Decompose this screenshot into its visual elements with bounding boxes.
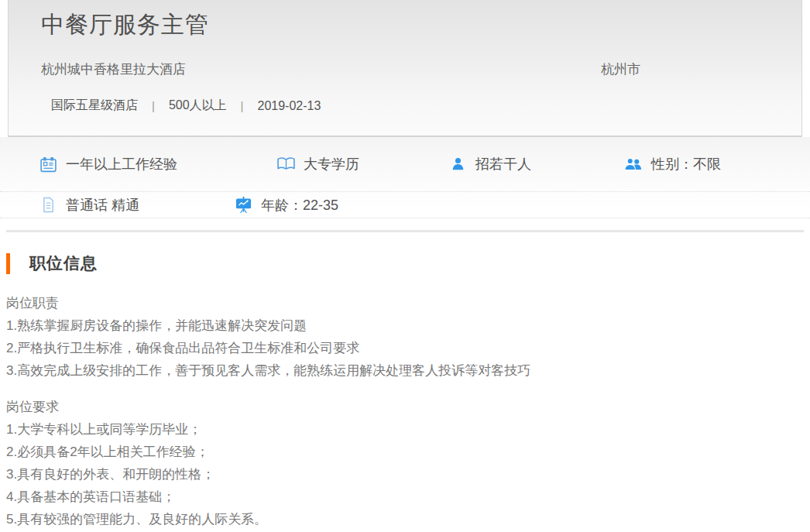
job-description: 岗位职责 1.熟练掌握厨房设备的操作，并能迅速解决突发问题 2.严格执行卫生标准… bbox=[6, 292, 805, 530]
job-city: 杭州市 bbox=[601, 60, 640, 78]
summary-row-2: 普通话 精通 年龄：22-35 bbox=[37, 192, 802, 218]
publish-date: 2019-02-13 bbox=[258, 99, 321, 113]
people-icon bbox=[621, 157, 644, 172]
experience-label: 一年以上工作经验 bbox=[66, 155, 177, 173]
language-label: 普通话 精通 bbox=[66, 196, 139, 215]
education-label: 大专学历 bbox=[304, 155, 359, 173]
job-info-section-header: 职位信息 bbox=[6, 252, 98, 274]
desc-line: 3.具有良好的外表、和开朗的性格； bbox=[6, 463, 805, 486]
desc-line: 2.严格执行卫生标准，确保食品出品符合卫生标准和公司要求 bbox=[6, 337, 805, 359]
job-detail-page: 中餐厅服务主管 杭州城中香格里拉大酒店 杭州市 国际五星级酒店 | 500人以上… bbox=[0, 0, 810, 532]
desc-line: 岗位职责 bbox=[6, 292, 805, 314]
dashed-separator bbox=[0, 218, 810, 218]
desc-blank-line bbox=[6, 382, 805, 396]
desc-line: 岗位要求 bbox=[6, 396, 805, 418]
desc-line: 1.熟练掌握厨房设备的操作，并能迅速解决突发问题 bbox=[6, 314, 805, 337]
headcount-item: 招若干人 bbox=[447, 155, 621, 173]
document-icon bbox=[37, 197, 59, 213]
chart-board-icon bbox=[232, 197, 254, 214]
section-divider bbox=[6, 230, 804, 232]
company-tag: 国际五星级酒店 bbox=[51, 98, 138, 114]
work-badge-icon bbox=[37, 156, 59, 173]
tag-separator: | bbox=[152, 99, 155, 112]
summary-row-1: 一年以上工作经验 大专学历 招若干人 bbox=[37, 137, 802, 191]
language-item: 普通话 精通 bbox=[37, 196, 232, 215]
orange-accent-bar bbox=[6, 253, 10, 274]
company-tags-row: 国际五星级酒店 | 500人以上 | 2019-02-13 bbox=[51, 98, 321, 114]
desc-line: 4.具备基本的英语口语基础； bbox=[6, 486, 805, 508]
experience-item: 一年以上工作经验 bbox=[37, 155, 275, 173]
age-label: 年龄：22-35 bbox=[261, 196, 338, 215]
job-title: 中餐厅服务主管 bbox=[41, 9, 209, 41]
person-icon bbox=[447, 157, 468, 172]
company-name: 杭州城中香格里拉大酒店 bbox=[41, 60, 186, 78]
desc-line: 2.必须具备2年以上相关工作经验； bbox=[6, 441, 805, 463]
headcount-label: 招若干人 bbox=[475, 155, 531, 173]
gender-label: 性别：不限 bbox=[651, 155, 721, 173]
job-header-card: 中餐厅服务主管 杭州城中香格里拉大酒店 杭州市 国际五星级酒店 | 500人以上… bbox=[8, 0, 802, 137]
desc-line: 3.高效完成上级安排的工作，善于预见客人需求，能熟练运用解决处理客人投诉等对客技… bbox=[6, 359, 805, 382]
desc-line: 5.具有较强的管理能力、及良好的人际关系。 bbox=[6, 508, 805, 530]
section-title: 职位信息 bbox=[29, 252, 98, 274]
job-summary-band: 一年以上工作经验 大专学历 招若干人 bbox=[0, 137, 810, 230]
education-item: 大专学历 bbox=[275, 155, 447, 173]
gender-item: 性别：不限 bbox=[621, 155, 721, 173]
book-icon bbox=[275, 156, 297, 172]
desc-line: 1.大学专科以上或同等学历毕业； bbox=[6, 418, 805, 441]
age-item: 年龄：22-35 bbox=[232, 196, 338, 215]
company-tag: 500人以上 bbox=[169, 98, 227, 114]
tag-separator: | bbox=[241, 99, 244, 112]
